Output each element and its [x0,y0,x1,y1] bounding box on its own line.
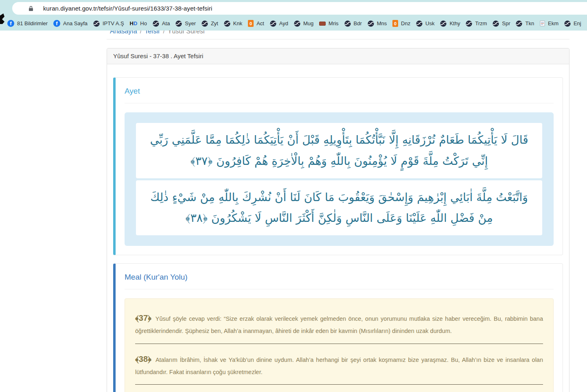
globe-icon [294,20,300,27]
meal-verse-37-number: ﴾37﴿ [135,313,151,322]
divider [125,289,554,289]
bookmark-syer[interactable]: Syer [174,20,197,28]
panel-body: Ayet قَالَ لَا يَأْتِيكُمَا طَعَامٌ تُرْ… [107,64,569,392]
bookmark-act[interactable]: 0Act [246,19,266,28]
bookmark-label: Ana Sayfa [63,20,88,26]
bookmark-label: Zyt [211,20,218,26]
bookmark-label: Ekm [548,20,559,26]
orange-zero-icon: 0 [248,20,254,27]
bookmark-spr[interactable]: Spr [491,20,512,28]
facebook-icon: f [53,20,60,27]
hd-icon: HD [130,20,138,26]
globe-icon [153,20,159,27]
ayet-section-title: Ayet [125,87,554,96]
bookmark-label: Tkn [525,20,534,26]
bookmark-81-bildirimler[interactable]: f81 Bildirimler [6,19,49,28]
bookmark-ata[interactable]: Ata [151,20,172,28]
bookmark-ana-sayfa[interactable]: fAna Sayfa [52,19,89,28]
bookmark-ayd[interactable]: Ayd [268,20,290,28]
arabic-verse-38-text: وَاتَّبَعْتُ مِلَّةَ اٰبَائِي إِبْرٰهِيم… [147,187,532,229]
bookmark-label: Mris [329,20,339,26]
page-title: Yûsuf Suresi - 37-38 . Ayet Tefsiri [107,48,569,64]
globe-icon [564,20,571,27]
bookmark-label: Enj [574,20,581,26]
meal-verse-38-text: Atalarım İbrâhim, İshak ve Ya'kūb’un din… [135,357,543,375]
bookmark-trzm[interactable]: Trzm [464,20,488,28]
meal-verse-37: ﴾37﴿ Yûsuf şöyle cevap verdi: “Size erza… [135,310,543,344]
bookmark-kthy[interactable]: Kthy [438,20,462,28]
bookmark-enj[interactable]: Enj [563,20,583,28]
bookmark-label: Syer [185,20,196,26]
arabic-verse-38: وَاتَّبَعْتُ مِلَّةَ اٰبَائِي إِبْرٰهِيم… [136,180,542,236]
bookmark-knk[interactable]: Knk [222,20,244,28]
ayet-box: قَالَ لَا يَأْتِيكُمَا طَعَامٌ تُرْزَقَا… [125,112,554,246]
bookmark-label: Ata [162,20,170,26]
arabic-verse-37-text: قَالَ لَا يَأْتِيكُمَا طَعَامٌ تُرْزَقَا… [147,129,532,172]
bookmark-mns[interactable]: Mns [366,20,389,28]
bookmark-label: Kthy [449,20,460,26]
globe-icon [93,20,100,27]
bookmark-mris[interactable]: Mris [318,20,340,27]
bookmarks-bar: f81 BildirimlerfAna SayfaIPTV A.ŞHDHoAta… [0,16,587,31]
meal-verse-38: ﴾38﴿ Atalarım İbrâhim, İshak ve Ya'kūb’u… [135,351,543,385]
misc-icon [319,22,326,26]
globe-icon [270,20,276,27]
address-bar-row: kuran.diyanet.gov.tr/tefsir/Yûsuf-suresi… [0,0,587,16]
globe-icon [440,20,447,27]
bookmark-label: Trzm [475,20,487,26]
globe-icon [175,20,182,27]
globe-icon [516,20,522,27]
meal-divider [135,344,543,344]
arabic-verse-37: قَالَ لَا يَأْتِيكُمَا طَعَامٌ تُرْزَقَا… [136,123,542,178]
bookmark-label: Dnz [401,20,410,26]
browser-chrome: kuran.diyanet.gov.tr/tefsir/Yûsuf-suresi… [0,0,587,31]
meal-section-title: Meal (Kur'an Yolu) [125,273,554,282]
bookmark-mug[interactable]: Mug [292,20,315,28]
divider [125,103,554,103]
globe-icon [493,20,499,27]
meal-section: Meal (Kur'an Yolu) ﴾37﴿ Yûsuf şöyle ceva… [113,263,563,392]
bookmark-label: Mns [377,20,387,26]
meal-box: ﴾37﴿ Yûsuf şöyle cevap verdi: “Size erza… [125,298,554,392]
ayet-section: Ayet قَالَ لَا يَأْتِيكُمَا طَعَامٌ تُرْ… [113,77,563,255]
bookmark-label: 81 Bildirimler [17,20,48,26]
bookmark-label: Usk [425,20,434,26]
bookmark-usk[interactable]: Usk [414,20,436,28]
bookmark-label: Mug [303,20,313,26]
meal-verse-38-number: ﴾38﴿ [135,355,151,364]
meal-verse-37-text: Yûsuf şöyle cevap verdi: “Size erzak ola… [135,315,543,334]
document-icon [540,20,545,26]
bookmark-label: Act [256,20,264,26]
bookmark-label: Ayd [279,20,288,26]
orange-zero-icon: 0 [392,20,398,27]
globe-icon [202,20,208,27]
bookmark-ho[interactable]: HDHo [128,20,149,27]
meal-divider [135,384,543,385]
globe-icon [344,20,351,27]
url-text[interactable]: kuran.diyanet.gov.tr/tefsir/Yûsuf-suresi… [43,5,212,12]
lock-icon[interactable] [28,6,34,11]
bookmark-label: Bdr [354,20,362,26]
bookmark-tkn[interactable]: Tkn [514,20,536,28]
page-content: Anasayfa/Tefsir/Yûsuf Suresi Yûsuf Sures… [0,0,587,392]
bookmark-label: Knk [233,20,242,26]
tefsir-panel: Yûsuf Suresi - 37-38 . Ayet Tefsiri Ayet… [107,48,569,392]
bookmark-dnz[interactable]: 0Dnz [391,19,412,28]
bookmark-bdr[interactable]: Bdr [343,20,364,28]
bookmark-zyt[interactable]: Zyt [200,20,220,28]
address-bar[interactable]: kuran.diyanet.gov.tr/tefsir/Yûsuf-suresi… [12,2,587,15]
facebook-icon: f [7,20,14,27]
globe-icon [416,20,423,27]
globe-icon [466,20,472,27]
bookmark-label: Ho [140,20,147,26]
globe-icon [368,20,374,27]
globe-icon [224,20,230,27]
bookmark-label: IPTV A.Ş [103,20,124,26]
bookmark-ekm[interactable]: Ekm [538,20,560,27]
bookmark-iptv-a-[interactable]: IPTV A.Ş [92,20,126,28]
bookmark-label: Spr [502,20,510,26]
